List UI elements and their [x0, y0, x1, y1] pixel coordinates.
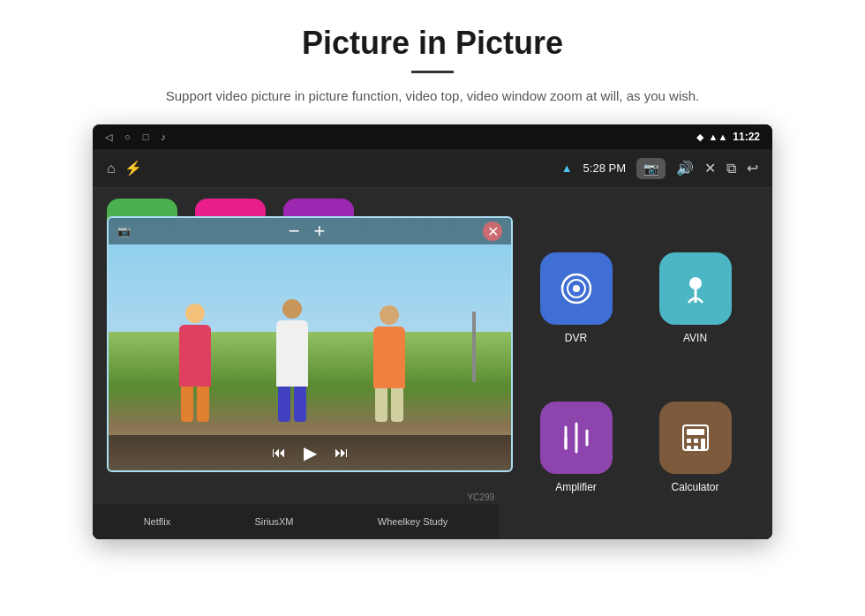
pip-camera-icon: 📷	[117, 225, 131, 237]
signal-icon: ▲▲	[709, 131, 728, 142]
volume-icon[interactable]: 🔊	[676, 160, 694, 177]
dvr-icon	[557, 269, 596, 308]
bottom-labels: Netflix SiriusXM Wheelkey Study	[93, 504, 499, 539]
back-icon[interactable]: ↩	[747, 160, 758, 177]
dvr-icon-box	[540, 252, 613, 325]
pip-minus-btn[interactable]: −	[289, 220, 300, 243]
svg-rect-15	[701, 439, 705, 450]
app-bar-left: ⌂ ⚡	[107, 160, 142, 177]
pip-close-btn[interactable]: ✕	[483, 222, 502, 241]
calculator-app-item[interactable]: Calculator	[636, 372, 755, 522]
title-divider	[411, 71, 454, 73]
music-icon: ♪	[161, 131, 166, 142]
calculator-label: Calculator	[671, 481, 718, 493]
pip-header: 📷 − + ✕	[109, 218, 511, 244]
svg-point-3	[689, 277, 702, 289]
content-area: ○ 📷 − + ✕	[93, 188, 772, 539]
back-arrow-icon[interactable]: ◁	[105, 131, 112, 143]
calculator-icon	[676, 418, 715, 457]
dvr-label: DVR	[565, 332, 587, 344]
siriusxm-label: SiriusXM	[255, 516, 294, 527]
app-bar: ⌂ ⚡ ▲ 5:28 PM 📷 🔊 ✕ ⧉ ↩	[93, 149, 772, 188]
netflix-label: Netflix	[144, 516, 171, 527]
watermark: YC299	[467, 492, 494, 502]
main-area: ○ 📷 − + ✕	[93, 188, 772, 539]
usb-icon[interactable]: ⚡	[124, 160, 142, 177]
person-2	[276, 299, 308, 422]
pip-window[interactable]: 📷 − + ✕	[107, 216, 513, 472]
pip-bottom-controls: ⏮ ▶ ⏭	[109, 435, 511, 470]
svg-rect-9	[687, 429, 704, 435]
avin-label: AVIN	[683, 332, 707, 344]
person-1	[179, 304, 211, 422]
next-btn[interactable]: ⏭	[335, 445, 349, 461]
svg-rect-10	[687, 439, 691, 443]
status-time: 11:22	[733, 131, 760, 143]
status-bar: ◁ ○ □ ♪ ◆ ▲▲ 11:22	[93, 124, 772, 149]
amplifier-label: Amplifier	[555, 481, 597, 493]
pip-image-area: ⏮ ▶ ⏭	[109, 218, 511, 470]
home-circle-icon[interactable]: ○	[124, 131, 131, 142]
app-bar-right: ▲ 5:28 PM 📷 🔊 ✕ ⧉ ↩	[561, 158, 758, 179]
home-icon[interactable]: ⌂	[107, 161, 116, 177]
calculator-icon-box	[659, 402, 732, 474]
app-bar-time: 5:28 PM	[583, 162, 626, 175]
dvr-app-item[interactable]: DVR	[516, 223, 636, 372]
close-icon[interactable]: ✕	[704, 160, 716, 177]
amplifier-icon	[557, 418, 596, 457]
device-frame: ◁ ○ □ ♪ ◆ ▲▲ 11:22 ⌂ ⚡ ▲ 5:28 PM 📷 🔊	[93, 124, 772, 539]
pip-icon[interactable]: ⧉	[726, 161, 736, 177]
svg-rect-13	[687, 446, 691, 450]
prev-btn[interactable]: ⏮	[272, 445, 286, 461]
avin-icon	[676, 269, 715, 308]
page-title: Picture in Picture	[302, 25, 563, 62]
page-subtitle: Support video picture in picture functio…	[166, 86, 699, 107]
status-bar-left: ◁ ○ □ ♪	[105, 131, 166, 143]
svg-rect-14	[694, 446, 698, 450]
pip-resize-controls: − +	[289, 220, 326, 243]
camera-icon[interactable]: 📷	[636, 158, 666, 179]
play-btn[interactable]: ▶	[304, 442, 317, 463]
page-container: Picture in Picture Support video picture…	[0, 0, 865, 616]
svg-point-2	[573, 285, 580, 292]
status-bar-right: ◆ ▲▲ 11:22	[696, 131, 760, 143]
svg-rect-11	[694, 439, 698, 443]
amplifier-icon-box	[540, 402, 613, 474]
location-icon: ◆	[696, 131, 703, 143]
wifi-signal-icon: ▲	[561, 162, 573, 175]
background-tree	[472, 312, 476, 382]
avin-icon-box	[659, 252, 732, 325]
amplifier-app-item[interactable]: Amplifier	[516, 372, 636, 522]
avin-app-item[interactable]: AVIN	[636, 223, 755, 372]
app-grid: DVR AVIN	[499, 188, 772, 539]
person-3	[373, 305, 405, 422]
pip-plus-btn[interactable]: +	[314, 220, 326, 243]
square-icon[interactable]: □	[143, 131, 149, 142]
wheelkey-label: Wheelkey Study	[378, 516, 448, 527]
